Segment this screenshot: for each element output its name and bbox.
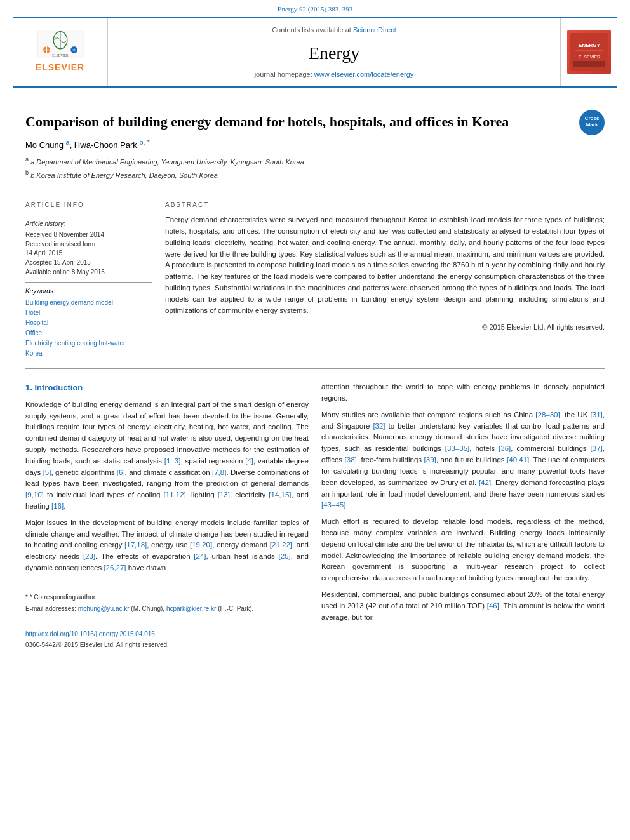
svg-text:ENERGY: ENERGY [579, 43, 600, 48]
intro-paragraph-6: Residential, commercial, and public buil… [321, 589, 605, 623]
contents-available-text: Contents lists available at ScienceDirec… [272, 25, 396, 36]
keyword-4: Office [25, 328, 152, 338]
sciencedirect-link[interactable]: ScienceDirect [353, 26, 396, 34]
top-bar: Energy 92 (2015) 383–393 [0, 0, 630, 17]
energy-logo-box: ENERGY ELSEVIER [567, 30, 611, 74]
email-hwa[interactable]: hcpark@kier.re.kr [166, 605, 217, 612]
divider-1 [25, 190, 605, 190]
article-body: Cross Mark Comparison of building energy… [0, 88, 630, 662]
journal-homepage: journal homepage: www.elsevier.com/locat… [255, 69, 414, 80]
svg-rect-10 [573, 61, 605, 67]
homepage-link[interactable]: www.elsevier.com/locate/energy [314, 70, 414, 78]
intro-paragraph-3: attention throughout the world to cope w… [321, 382, 605, 404]
keyword-1: Building energy demand model [25, 298, 152, 307]
two-col-main: 1. Introduction Knowledge of building en… [25, 382, 605, 650]
divider-2 [25, 368, 605, 369]
svg-text:Mark: Mark [586, 122, 598, 128]
intro-paragraph-2: Major issues in the development of build… [25, 517, 309, 574]
article-title: Comparison of building energy demand for… [25, 113, 605, 131]
col-left: 1. Introduction Knowledge of building en… [25, 382, 309, 650]
article-history: Article history: Received 8 November 201… [25, 215, 152, 277]
article-title-section: Cross Mark Comparison of building energy… [25, 113, 605, 131]
intro-paragraph-1: Knowledge of building energy demand is a… [25, 399, 309, 512]
intro-paragraph-5: Much effort is required to develop relia… [321, 516, 605, 584]
received-revised: Received in revised form14 April 2015 [25, 240, 152, 258]
abstract-section: ABSTRACT Energy demand characteristics w… [165, 200, 605, 359]
authors-line: Mo Chung a, Hwa-Choon Park b, * [25, 137, 605, 152]
svg-text:Cross: Cross [585, 116, 600, 121]
article-info-title: ARTICLE INFO [25, 200, 152, 210]
available-online: Available online 8 May 2015 [25, 268, 152, 277]
issn-text: 0360-5442/© 2015 Elsevier Ltd. All right… [25, 640, 309, 650]
corresponding-author-note: * * Corresponding author. [25, 592, 309, 602]
journal-header: ELSEVIER ELSEVIER Contents lists availab… [13, 17, 617, 88]
crossmark-badge: Cross Mark [579, 110, 605, 135]
copyright: © 2015 Elsevier Ltd. All rights reserved… [165, 322, 605, 333]
col-right: attention throughout the world to cope w… [321, 382, 605, 650]
journal-reference: Energy 92 (2015) 383–393 [278, 5, 353, 13]
journal-name: Energy [309, 40, 359, 67]
keyword-2: Hotel [25, 308, 152, 317]
accepted-date: Accepted 15 April 2015 [25, 258, 152, 267]
abstract-title: ABSTRACT [165, 200, 605, 210]
elsevier-emblem-svg: ELSEVIER [35, 30, 86, 58]
crossmark-icon: Cross Mark [579, 110, 605, 135]
affiliation-a: a a Department of Mechanical Engineering… [25, 156, 605, 167]
history-label: Article history: [25, 219, 152, 229]
abstract-text: Energy demand characteristics were surve… [165, 215, 605, 316]
email-addresses: E-mail addresses: mchung@yu.ac.kr (M. Ch… [25, 604, 309, 613]
section-1-title: 1. Introduction [25, 382, 309, 394]
article-info-abstract: ARTICLE INFO Article history: Received 8… [25, 200, 605, 359]
main-content: 1. Introduction Knowledge of building en… [25, 382, 605, 650]
received-date: Received 8 November 2014 [25, 230, 152, 239]
footnotes: * * Corresponding author. E-mail address… [25, 587, 309, 650]
elsevier-logo-section: ELSEVIER ELSEVIER [13, 18, 108, 86]
svg-text:ELSEVIER: ELSEVIER [52, 53, 69, 57]
keywords-section: Keywords: Building energy demand model H… [25, 282, 152, 358]
affiliation-b: b b Korea Institute of Energy Research, … [25, 169, 605, 180]
doi-link[interactable]: http://dx.doi.org/10.1016/j.energy.2015.… [25, 630, 155, 637]
keywords-label: Keywords: [25, 286, 152, 296]
email-mo[interactable]: mchung@yu.ac.kr [78, 605, 130, 612]
article-info-panel: ARTICLE INFO Article history: Received 8… [25, 200, 152, 359]
svg-text:ELSEVIER: ELSEVIER [578, 55, 600, 59]
keyword-3: Hospital [25, 318, 152, 328]
keyword-5: Electricity heating cooling hot-water [25, 338, 152, 348]
elsevier-brand-text: ELSEVIER [36, 61, 84, 74]
energy-logo-section: ENERGY ELSEVIER [560, 18, 617, 86]
keyword-6: Korea [25, 349, 152, 358]
journal-center: Contents lists available at ScienceDirec… [108, 18, 560, 86]
intro-paragraph-4: Many studies are available that compare … [321, 410, 605, 511]
svg-rect-8 [575, 50, 603, 51]
